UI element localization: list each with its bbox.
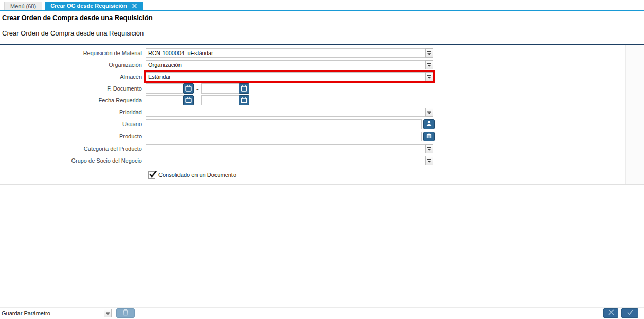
save-parameter-label: Guardar Parámetro [2, 310, 50, 316]
f-documento-from-group [146, 83, 194, 94]
row-consolidado: Consolidado en un Documento [0, 169, 644, 181]
row-requisicion-material: Requisición de Material [0, 47, 644, 59]
organizacion-input[interactable] [146, 60, 426, 69]
save-parameter-combobox[interactable] [51, 309, 112, 317]
save-parameter-group: Guardar Parámetro [0, 308, 135, 318]
dialog-actions [603, 308, 644, 318]
consolidado-checkbox[interactable] [148, 171, 155, 179]
fecha-requerida-to-group [201, 95, 249, 105]
prioridad-label: Prioridad [0, 109, 146, 115]
parameter-panel: Requisición de Material Organización Alm… [0, 44, 644, 185]
fecha-requerida-label: Fecha Requerida [0, 97, 146, 103]
tab-bar: Menú (68) Crear OC desde Requisición [0, 0, 644, 11]
categoria-producto-input[interactable] [146, 144, 426, 153]
usuario-label: Usuario [0, 121, 146, 127]
confirm-button[interactable] [621, 308, 638, 318]
row-organizacion: Organización [0, 59, 644, 70]
date-range-separator: - [196, 85, 199, 92]
f-documento-label: F. Documento [0, 85, 146, 92]
row-almacen: Almacén [0, 70, 644, 82]
f-documento-to-input[interactable] [201, 83, 239, 94]
chevron-down-icon[interactable] [425, 144, 433, 153]
chevron-down-icon[interactable] [104, 309, 112, 317]
grupo-socio-negocio-label: Grupo de Socio del Negocio [0, 157, 146, 164]
x-icon [607, 309, 615, 317]
row-prioridad: Prioridad [0, 106, 644, 118]
chevron-down-icon[interactable] [425, 108, 433, 117]
prioridad-combobox[interactable] [146, 108, 433, 117]
tab-menu-label: Menú (68) [10, 3, 36, 9]
almacen-input[interactable] [146, 72, 426, 81]
producto-label: Producto [0, 133, 146, 139]
fecha-requerida-from-input[interactable] [146, 95, 184, 105]
organizacion-label: Organización [0, 62, 146, 68]
tab-close-icon[interactable] [132, 3, 137, 9]
chevron-down-icon[interactable] [425, 156, 433, 165]
chevron-down-icon[interactable] [425, 72, 433, 81]
row-categoria-producto: Categoría del Producto [0, 143, 644, 154]
product-icon [426, 133, 432, 140]
cancel-button[interactable] [603, 308, 618, 318]
categoria-producto-combobox[interactable] [146, 144, 433, 153]
usuario-lookup-button[interactable] [423, 119, 435, 129]
tab-menu[interactable]: Menú (68) [4, 2, 42, 10]
requisicion-material-combobox[interactable] [146, 48, 433, 58]
f-documento-from-input[interactable] [146, 83, 184, 94]
calendar-icon[interactable] [183, 83, 194, 94]
usuario-input[interactable] [146, 119, 422, 129]
almacen-label: Almacén [0, 74, 146, 80]
delete-parameter-button[interactable] [116, 308, 135, 318]
panel-right-strip [625, 45, 644, 184]
trash-icon [122, 309, 129, 317]
date-range-separator: - [196, 97, 199, 103]
save-parameter-input[interactable] [51, 309, 104, 317]
fecha-requerida-to-input[interactable] [201, 95, 239, 105]
consolidado-label: Consolidado en un Documento [158, 172, 236, 178]
chevron-down-icon[interactable] [425, 60, 433, 69]
chevron-down-icon[interactable] [425, 48, 433, 58]
tab-crear-oc-label: Crear OC desde Requisición [50, 2, 127, 10]
user-icon [426, 120, 432, 128]
organizacion-combobox[interactable] [146, 60, 433, 69]
calendar-icon[interactable] [239, 83, 249, 94]
calendar-icon[interactable] [183, 95, 194, 105]
producto-input[interactable] [146, 132, 422, 141]
grupo-socio-negocio-input[interactable] [146, 156, 426, 165]
requisicion-material-label: Requisición de Material [0, 50, 146, 56]
calendar-icon[interactable] [239, 95, 249, 105]
footer-bar: Guardar Parámetro [0, 307, 644, 318]
row-fecha-requerida: Fecha Requerida - [0, 94, 644, 106]
row-usuario: Usuario [0, 118, 644, 130]
grupo-socio-negocio-combobox[interactable] [146, 156, 433, 165]
f-documento-to-group [201, 83, 249, 94]
check-icon [627, 309, 634, 317]
requisicion-material-input[interactable] [146, 48, 426, 58]
categoria-producto-label: Categoría del Producto [0, 146, 146, 152]
row-f-documento: F. Documento - [0, 82, 644, 94]
tab-crear-oc-desde-requisicion[interactable]: Crear OC desde Requisición [45, 2, 143, 10]
almacen-combobox-highlighted[interactable] [146, 72, 433, 81]
row-producto: Producto [0, 130, 644, 143]
fecha-requerida-from-group [146, 95, 194, 105]
page-title: Crear Orden de Compra desde una Requisic… [2, 14, 644, 22]
row-grupo-socio-negocio: Grupo de Socio del Negocio [0, 154, 644, 166]
process-description: Crear Orden de Compra desde una Requisic… [2, 29, 644, 37]
prioridad-input[interactable] [146, 108, 426, 117]
producto-lookup-button[interactable] [423, 132, 435, 141]
